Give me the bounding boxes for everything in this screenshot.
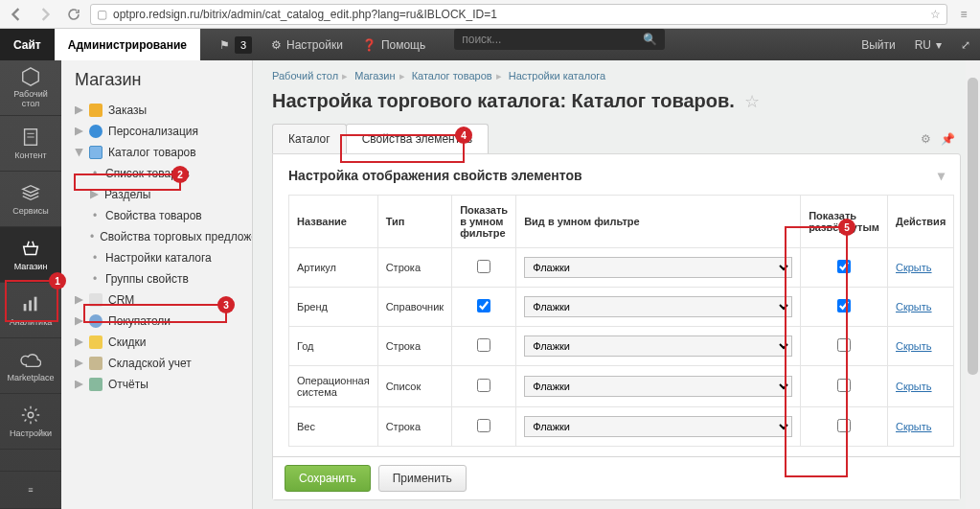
- tree-node[interactable]: Скидки: [61, 332, 252, 353]
- tree-node[interactable]: Заказы: [61, 100, 252, 121]
- nav-marketplace[interactable]: Marketplace: [0, 338, 61, 394]
- nav-desktop[interactable]: Рабочий стол: [0, 60, 61, 116]
- hide-link[interactable]: Скрыть: [896, 381, 932, 392]
- tree-twisty-icon[interactable]: [75, 338, 83, 347]
- hide-link[interactable]: Скрыть: [896, 340, 932, 352]
- tab-element-properties[interactable]: Свойства элементов: [346, 124, 490, 153]
- hide-link[interactable]: Скрыть: [896, 421, 932, 432]
- vertical-scrollbar[interactable]: [966, 60, 980, 509]
- help-link[interactable]: ❓ Помощь: [353, 29, 435, 60]
- tree-node[interactable]: •Свойства товаров: [61, 205, 252, 226]
- chevron-down-icon[interactable]: ▾: [938, 168, 945, 183]
- tree-title: Магазин: [61, 70, 252, 100]
- lang-switcher[interactable]: RU ▾: [905, 38, 951, 52]
- smartfilter-view-select[interactable]: Флажки: [524, 335, 792, 357]
- smartfilter-checkbox[interactable]: [477, 299, 490, 312]
- maximize-icon[interactable]: ⤢: [951, 38, 980, 52]
- tree-node[interactable]: Каталог товаров: [61, 142, 252, 163]
- tree-twisty-icon[interactable]: [75, 359, 83, 368]
- expanded-checkbox[interactable]: [837, 379, 851, 392]
- cell-type: Строка: [377, 407, 452, 447]
- smartfilter-view-select[interactable]: Флажки: [524, 296, 792, 317]
- hide-link[interactable]: Скрыть: [896, 301, 932, 312]
- settings-link[interactable]: ⚙ Настройки: [262, 29, 353, 60]
- expanded-checkbox[interactable]: [837, 419, 851, 432]
- tree-twisty-icon[interactable]: [75, 381, 83, 389]
- smartfilter-checkbox[interactable]: [477, 260, 490, 273]
- smartfilter-checkbox[interactable]: [477, 419, 490, 432]
- tree-node[interactable]: Персонализация: [61, 121, 252, 142]
- tree-twisty-icon[interactable]: [75, 127, 83, 136]
- favorite-star-icon[interactable]: ☆: [744, 91, 760, 112]
- notifications-button[interactable]: ⚑ 3: [210, 29, 262, 60]
- pin-icon[interactable]: 📌: [941, 132, 955, 146]
- panel-title: Настройка отображения свойств элементов: [288, 168, 582, 183]
- smartfilter-checkbox[interactable]: [477, 338, 490, 352]
- admin-tab[interactable]: Администрирование: [55, 29, 200, 60]
- cube-icon: [20, 66, 41, 87]
- reload-button[interactable]: [61, 3, 86, 26]
- global-search[interactable]: поиск... 🔍: [454, 29, 665, 50]
- nav-settings[interactable]: Настройки: [0, 394, 61, 450]
- nav-shop[interactable]: Магазин: [0, 227, 61, 283]
- nav-analytics[interactable]: Аналитика: [0, 283, 61, 338]
- cell-action: Скрыть: [888, 366, 954, 407]
- crumb[interactable]: Магазин: [354, 70, 395, 81]
- cell-expanded: [801, 366, 888, 407]
- tree-label: Группы свойств: [105, 272, 189, 286]
- collapse-leftbar[interactable]: ≡: [0, 471, 61, 509]
- tree-node[interactable]: Разделы: [61, 184, 252, 205]
- tree-twisty-icon[interactable]: [75, 296, 83, 305]
- tree-node[interactable]: •Список товаров: [61, 163, 252, 184]
- logout-link[interactable]: Выйти: [852, 38, 905, 52]
- url-bar[interactable]: ▢ optpro.redsign.ru/bitrix/admin/cat_cat…: [90, 4, 947, 25]
- smartfilter-view-select[interactable]: Флажки: [524, 376, 792, 397]
- tree-node[interactable]: •Настройки каталога: [61, 247, 252, 268]
- cell-smartshow: [452, 407, 516, 447]
- smartfilter-view-select[interactable]: Флажки: [524, 257, 792, 278]
- expanded-checkbox[interactable]: [837, 299, 851, 312]
- tabs: Каталог Свойства элементов ⚙ 📌: [253, 124, 980, 153]
- cell-type: Список: [377, 366, 452, 407]
- hide-link[interactable]: Скрыть: [896, 262, 932, 273]
- tree-node[interactable]: •Свойства торговых предложений: [61, 226, 252, 247]
- browser-menu-icon[interactable]: ≡: [951, 3, 976, 26]
- settings-gear-icon[interactable]: ⚙: [921, 132, 931, 146]
- crumb[interactable]: Настройки каталога: [509, 70, 606, 81]
- tree-label: Отчёты: [108, 378, 148, 391]
- tree-twisty-icon[interactable]: [75, 106, 83, 115]
- hamburger-icon: ≡: [28, 485, 33, 495]
- expanded-checkbox[interactable]: [837, 338, 851, 352]
- tree-node[interactable]: Отчёты: [61, 374, 252, 395]
- tree-twisty-icon[interactable]: [90, 191, 99, 199]
- tree-label: Настройки каталога: [105, 251, 212, 265]
- tree-node[interactable]: CRM: [61, 289, 252, 311]
- apply-button[interactable]: Применить: [378, 465, 467, 492]
- notifications-count: 3: [235, 36, 252, 54]
- nav-content[interactable]: Контент: [0, 116, 61, 172]
- save-button[interactable]: Сохранить: [285, 465, 371, 492]
- table-row: АртикулСтрокаФлажкиСкрыть: [289, 248, 954, 288]
- site-button[interactable]: Сайт: [0, 29, 55, 60]
- tree-node[interactable]: Складской учет: [61, 353, 252, 374]
- tree-node[interactable]: •Группы свойств: [61, 268, 252, 289]
- back-button[interactable]: [4, 3, 29, 26]
- tree-label: Скидки: [108, 335, 147, 349]
- forward-button[interactable]: [33, 3, 57, 26]
- cell-type: Строка: [377, 248, 452, 288]
- tree-twisty-icon[interactable]: [75, 149, 83, 157]
- folder-icon: [89, 125, 103, 138]
- smartfilter-checkbox[interactable]: [477, 379, 490, 392]
- tree-twisty-icon[interactable]: [75, 317, 83, 326]
- page-icon: ▢: [97, 8, 107, 21]
- nav-services[interactable]: Сервисы: [0, 172, 61, 227]
- crumb[interactable]: Рабочий стол: [272, 70, 338, 81]
- tree-node[interactable]: Покупатели: [61, 311, 252, 332]
- bookmark-star-icon[interactable]: ☆: [930, 8, 941, 21]
- panel: Настройка отображения свойств элементов …: [272, 153, 961, 500]
- crumb[interactable]: Каталог товаров: [412, 70, 492, 81]
- smartfilter-view-select[interactable]: Флажки: [524, 416, 792, 437]
- tab-catalog[interactable]: Каталог: [272, 124, 347, 153]
- search-placeholder: поиск...: [462, 33, 501, 46]
- expanded-checkbox[interactable]: [837, 260, 851, 273]
